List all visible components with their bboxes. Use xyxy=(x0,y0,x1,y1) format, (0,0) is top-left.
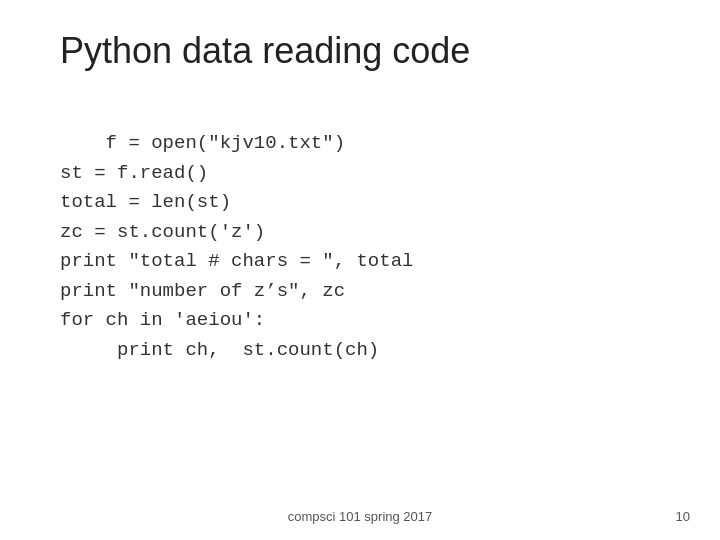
code-line-2: st = f.read() xyxy=(60,162,208,184)
code-line-6: print "number of z’s", zc xyxy=(60,280,345,302)
code-block: f = open("kjv10.txt") st = f.read() tota… xyxy=(60,100,670,394)
slide-container: Python data reading code f = open("kjv10… xyxy=(0,0,720,540)
code-line-3: total = len(st) xyxy=(60,191,231,213)
slide-title: Python data reading code xyxy=(60,30,670,72)
footer: compsci 101 spring 2017 xyxy=(0,509,720,524)
code-line-4: zc = st.count('z') xyxy=(60,221,265,243)
slide-number: 10 xyxy=(676,509,690,524)
code-line-5: print "total # chars = ", total xyxy=(60,250,413,272)
footer-text: compsci 101 spring 2017 xyxy=(288,509,433,524)
code-line-7: for ch in 'aeiou': xyxy=(60,309,265,331)
code-line-1: f = open("kjv10.txt") xyxy=(106,132,345,154)
code-line-8: print ch, st.count(ch) xyxy=(60,339,379,361)
